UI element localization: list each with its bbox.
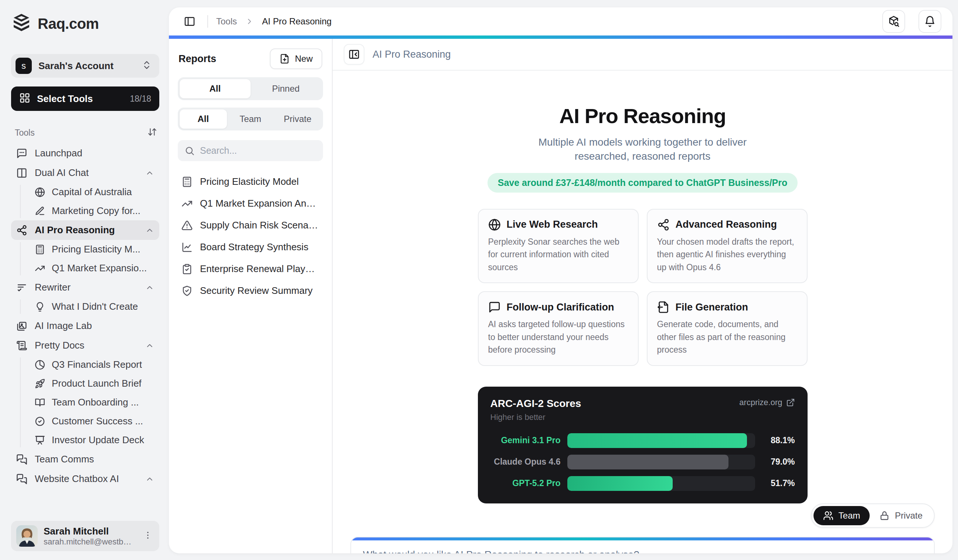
messages-icon bbox=[16, 473, 27, 485]
savings-badge: Save around £37-£148/month compared to C… bbox=[487, 173, 798, 193]
calculator-icon bbox=[35, 244, 45, 255]
sidebar-item-rewriter[interactable]: Rewriter bbox=[11, 278, 159, 297]
workflow-icon bbox=[657, 219, 670, 231]
composer-input[interactable] bbox=[351, 540, 934, 553]
sidebar-subitem-q1-market-expansion[interactable]: Q1 Market Expansio... bbox=[31, 259, 159, 278]
sidebar-subitem-pricing-elasticity[interactable]: Pricing Elasticity M... bbox=[31, 240, 159, 259]
report-item-supply-chain[interactable]: Supply Chain Risk Scenarios bbox=[178, 214, 323, 236]
shield-check-icon bbox=[181, 286, 193, 297]
sort-icon[interactable] bbox=[148, 127, 157, 138]
feature-card-advanced-reasoning: Advanced Reasoning Your chosen model dra… bbox=[647, 209, 807, 284]
badge-check-icon bbox=[35, 416, 45, 427]
globe-icon bbox=[35, 187, 45, 197]
reports-title: Reports bbox=[179, 53, 216, 65]
messages-icon bbox=[16, 454, 27, 465]
report-item-pricing-elasticity[interactable]: Pricing Elasticity Model bbox=[178, 171, 323, 193]
sidebar-item-website-chatbox[interactable]: Website Chatbox AI bbox=[11, 469, 159, 489]
ai-pro-reasoning-children: Pricing Elasticity M... Q1 Market Expans… bbox=[20, 240, 159, 278]
select-tools-count: 18/18 bbox=[130, 94, 151, 104]
calculator-icon bbox=[181, 176, 193, 187]
workspace-title: AI Pro Reasoning bbox=[373, 49, 451, 60]
file-output-icon bbox=[657, 301, 670, 313]
sidebar-item-team-comms[interactable]: Team Comms bbox=[11, 449, 159, 469]
tab-scope-all[interactable]: All bbox=[179, 109, 227, 128]
sidebar-subitem-team-onboarding[interactable]: Team Onboarding ... bbox=[31, 393, 159, 412]
toggle-team[interactable]: Team bbox=[814, 506, 870, 525]
main-shell: Tools AI Pro Reasoning Reports New All P… bbox=[169, 7, 952, 553]
new-report-button[interactable]: New bbox=[270, 48, 322, 69]
report-item-q1-market[interactable]: Q1 Market Expansion Ana... bbox=[178, 193, 323, 214]
report-item-board-strategy[interactable]: Board Strategy Synthesis bbox=[178, 236, 323, 258]
sidebar-item-ai-pro-reasoning[interactable]: AI Pro Reasoning bbox=[11, 220, 159, 240]
report-item-enterprise-renewal[interactable]: Enterprise Renewal Playbook bbox=[178, 258, 323, 280]
sidebar-subitem-capital-of-australia[interactable]: Capital of Australia bbox=[31, 182, 159, 201]
report-item-security-review[interactable]: Security Review Summary bbox=[178, 280, 323, 301]
chevron-up-icon bbox=[145, 168, 154, 178]
sidebar-subitem-investor-update[interactable]: Investor Update Deck bbox=[31, 431, 159, 449]
breadcrumb-tools[interactable]: Tools bbox=[216, 16, 237, 27]
accent-gradient-bar bbox=[169, 35, 952, 39]
globe-icon bbox=[488, 219, 501, 231]
arc-agi-chart-card: ARC-AGI-2 Scores Higher is better arcpri… bbox=[478, 387, 807, 503]
pencil-icon bbox=[35, 206, 45, 216]
chevrons-up-down-icon bbox=[141, 60, 152, 72]
sidebar-subitem-q3-financials[interactable]: Q3 Financials Report bbox=[31, 355, 159, 374]
rewriter-children: What I Didn't Create bbox=[20, 297, 159, 316]
list-check-icon bbox=[16, 282, 27, 293]
sidebar-subitem-what-i-didnt-create[interactable]: What I Didn't Create bbox=[31, 297, 159, 316]
sidebar-item-launchpad[interactable]: Launchpad bbox=[11, 143, 159, 163]
message-dots-icon bbox=[16, 148, 27, 159]
package-search-button[interactable] bbox=[882, 10, 905, 33]
chevron-up-icon bbox=[145, 283, 154, 292]
clipboard-check-icon bbox=[181, 263, 193, 274]
report-search[interactable] bbox=[178, 140, 323, 161]
tab-all-pinned[interactable]: All bbox=[179, 79, 251, 98]
reports-panel: Reports New All Pinned All Team Private bbox=[169, 39, 333, 553]
composer bbox=[351, 537, 935, 553]
pie-chart-icon bbox=[35, 360, 45, 370]
chevron-up-icon bbox=[145, 226, 154, 235]
avatar bbox=[16, 525, 38, 547]
sidebar-subitem-marketing-copy[interactable]: Marketing Copy for... bbox=[31, 201, 159, 220]
sidebar-subitem-product-launch[interactable]: Product Launch Brief bbox=[31, 374, 159, 393]
sidebar-item-ai-image-lab[interactable]: AI Image Lab bbox=[11, 316, 159, 336]
pretty-docs-children: Q3 Financials Report Product Launch Brie… bbox=[20, 355, 159, 449]
pin-filter-tabs: All Pinned bbox=[178, 77, 323, 100]
sidebar-item-pretty-docs[interactable]: Pretty Docs bbox=[11, 336, 159, 355]
dual-ai-chat-children: Capital of Australia Marketing Copy for.… bbox=[20, 182, 159, 220]
lock-icon bbox=[879, 511, 890, 521]
workspace: AI Pro Reasoning AI Pro Reasoning Multip… bbox=[333, 39, 952, 553]
chart-row: Gemini 3.1 Pro 88.1% bbox=[490, 433, 795, 448]
notifications-button[interactable] bbox=[918, 10, 941, 33]
sidebar-toggle-button[interactable] bbox=[180, 12, 199, 31]
tools-section-header: Tools bbox=[11, 127, 159, 143]
chart-row: Claude Opus 4.6 79.0% bbox=[490, 455, 795, 470]
chevron-up-icon bbox=[145, 341, 154, 350]
workspace-header: AI Pro Reasoning bbox=[333, 39, 952, 71]
user-email: sarah.mitchell@westbur... bbox=[44, 537, 136, 547]
account-label: Sarah's Account bbox=[38, 60, 135, 72]
trending-up-icon bbox=[35, 263, 45, 273]
hero-title: AI Pro Reasoning bbox=[559, 104, 726, 128]
more-vertical-icon[interactable] bbox=[141, 529, 154, 543]
select-tools-button[interactable]: Select Tools 18/18 bbox=[11, 87, 159, 111]
package-search-icon bbox=[888, 16, 899, 27]
chart-source-link[interactable]: arcprize.org bbox=[739, 398, 795, 407]
scope-filter-tabs: All Team Private bbox=[178, 108, 323, 130]
sidebar-subitem-customer-success[interactable]: Customer Success ... bbox=[31, 412, 159, 431]
brand: Raq.com bbox=[11, 13, 159, 35]
panel-collapse-button[interactable] bbox=[344, 44, 365, 65]
hero-subtitle: Multiple AI models working together to d… bbox=[517, 135, 768, 163]
composer-accent-bar bbox=[351, 538, 934, 540]
account-switcher[interactable]: s Sarah's Account bbox=[11, 54, 159, 78]
visibility-toggle-row: Team Private bbox=[351, 503, 935, 528]
visibility-toggle: Team Private bbox=[811, 503, 935, 528]
breadcrumb-current: AI Pro Reasoning bbox=[262, 16, 331, 27]
user-profile[interactable]: Sarah Mitchell sarah.mitchell@westbur... bbox=[11, 521, 159, 551]
tab-scope-team[interactable]: Team bbox=[227, 109, 274, 128]
toggle-private[interactable]: Private bbox=[870, 506, 932, 525]
tab-scope-private[interactable]: Private bbox=[274, 109, 321, 128]
tab-pinned[interactable]: Pinned bbox=[251, 79, 322, 98]
sidebar-item-dual-ai-chat[interactable]: Dual AI Chat bbox=[11, 163, 159, 182]
search-input[interactable] bbox=[200, 145, 316, 156]
